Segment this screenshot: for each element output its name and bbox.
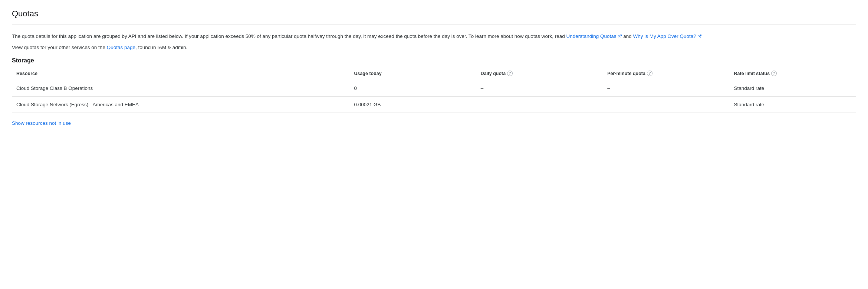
header-row: Resource Usage today Daily quota ? xyxy=(12,67,856,80)
external-icon-1 xyxy=(618,34,622,39)
cell-usage-1: 0.00021 GB xyxy=(349,97,476,113)
quotas-page-link[interactable]: Quotas page xyxy=(107,45,135,50)
description-line2: View quotas for your other services on t… xyxy=(12,43,856,52)
description-block: The quota details for this application a… xyxy=(12,32,856,51)
why-app-over-quota-link[interactable]: Why is My App Over Quota? xyxy=(633,33,696,39)
cell-rate-limit-status-1: Standard rate xyxy=(730,97,856,113)
col-header-rate-limit-status: Rate limit status ? xyxy=(730,67,856,80)
page-title: Quotas xyxy=(12,9,856,19)
cell-resource-1: Cloud Storage Network (Egress) - America… xyxy=(12,97,349,113)
rate-limit-help-icon[interactable]: ? xyxy=(771,71,777,76)
table-row: Cloud Storage Network (Egress) - America… xyxy=(12,97,856,113)
show-resources-not-in-use-link[interactable]: Show resources not in use xyxy=(12,120,71,126)
description-middle-text: and xyxy=(622,33,633,39)
page-container: Quotas The quota details for this applic… xyxy=(0,0,868,135)
cell-daily-quota-1: – xyxy=(476,97,603,113)
storage-section-title: Storage xyxy=(12,57,856,64)
per-minute-quota-help-icon[interactable]: ? xyxy=(647,71,652,76)
daily-quota-help-icon[interactable]: ? xyxy=(507,71,513,76)
external-icon-2 xyxy=(697,34,702,39)
col-header-per-minute-quota: Per-minute quota ? xyxy=(603,67,729,80)
table-body: Cloud Storage Class B Operations0––Stand… xyxy=(12,80,856,113)
cell-daily-quota-0: – xyxy=(476,80,603,97)
cell-per-minute-quota-1: – xyxy=(603,97,729,113)
description-text-before-link1: The quota details for this application a… xyxy=(12,33,566,39)
understanding-quotas-link[interactable]: Understanding Quotas xyxy=(566,33,616,39)
col-header-resource: Resource xyxy=(12,67,349,80)
divider xyxy=(12,25,856,25)
col-header-usage-today: Usage today xyxy=(349,67,476,80)
cell-rate-limit-status-0: Standard rate xyxy=(730,80,856,97)
cell-resource-0: Cloud Storage Class B Operations xyxy=(12,80,349,97)
description-text-before-link3: View quotas for your other services on t… xyxy=(12,45,107,50)
table-header: Resource Usage today Daily quota ? xyxy=(12,67,856,80)
table-row: Cloud Storage Class B Operations0––Stand… xyxy=(12,80,856,97)
cell-usage-0: 0 xyxy=(349,80,476,97)
cell-per-minute-quota-0: – xyxy=(603,80,729,97)
svg-line-1 xyxy=(699,35,701,37)
col-header-daily-quota: Daily quota ? xyxy=(476,67,603,80)
description-text-after-link3: , found in IAM & admin. xyxy=(135,45,187,50)
description-line1: The quota details for this application a… xyxy=(12,32,856,40)
quotas-table: Resource Usage today Daily quota ? xyxy=(12,67,856,113)
svg-line-0 xyxy=(619,35,622,37)
